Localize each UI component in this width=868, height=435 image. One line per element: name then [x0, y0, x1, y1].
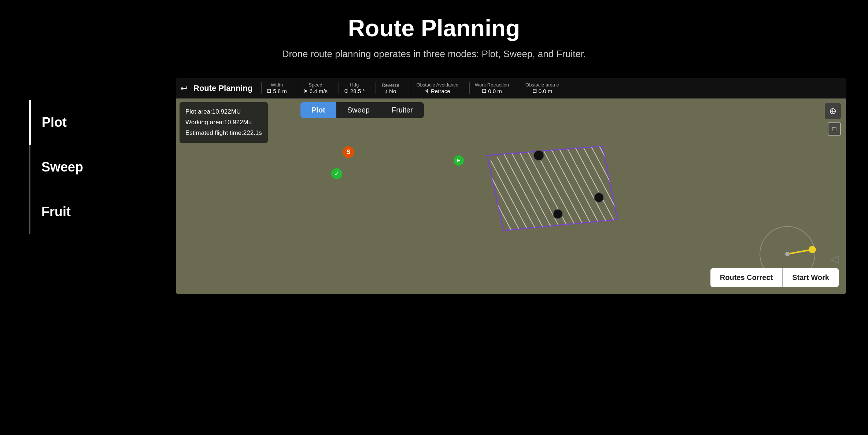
- topbar-param-obstacle-area: Obstacle area e ⊟0.0 m: [520, 82, 564, 94]
- svg-point-22: [553, 209, 563, 219]
- retraction-icon: ⊡: [482, 88, 487, 94]
- svg-line-14: [549, 129, 601, 226]
- sidebar-label-plot: Plot: [42, 115, 67, 130]
- flight-time-text: Estimated flight time:222.1s: [185, 128, 262, 139]
- start-marker: S: [343, 146, 354, 158]
- nav-triangle-icon[interactable]: ◁: [831, 253, 839, 265]
- topbar: ↩ Route Planning Width ⊞5.8 m Speed ➤6.4…: [176, 78, 846, 99]
- svg-line-7: [504, 154, 555, 251]
- svg-line-3: [478, 167, 529, 264]
- sidebar-item-sweep[interactable]: Sweep: [29, 145, 154, 189]
- page-subtitle: Drone route planning operates in three m…: [0, 48, 868, 60]
- svg-line-11: [529, 140, 581, 237]
- svg-line-15: [555, 126, 607, 223]
- topbar-param-retraction: Work Retraction ⊡0.0 m: [469, 82, 514, 94]
- reverse-icon: ↕: [385, 88, 388, 94]
- plot-area-text: Plot area:10.922MU: [185, 107, 262, 117]
- mode-tabs: Plot Sweep Fruiter: [300, 102, 424, 118]
- check-marker: ✓: [331, 168, 342, 179]
- field-svg: [176, 99, 846, 294]
- obstacle-icon: ↯: [425, 88, 429, 94]
- svg-line-8: [510, 150, 562, 247]
- svg-line-18: [575, 116, 627, 213]
- page-title: Route Planning: [0, 15, 868, 42]
- content-area: Plot Sweep Fruit ↩ Route Planning Width …: [0, 67, 868, 294]
- tab-sweep[interactable]: Sweep: [336, 102, 381, 118]
- svg-line-13: [543, 133, 594, 230]
- svg-point-26: [785, 252, 790, 256]
- page-header: Route Planning Drone route planning oper…: [0, 0, 868, 67]
- obstacle-area-icon: ⊟: [532, 88, 537, 94]
- sidebar-item-plot[interactable]: Plot: [29, 100, 154, 145]
- start-work-button[interactable]: Start Work: [783, 268, 839, 287]
- svg-marker-1: [487, 146, 617, 231]
- topbar-param-speed: Speed ➤6.4 m/s: [298, 82, 333, 94]
- tab-fruiter[interactable]: Fruiter: [381, 102, 424, 118]
- speed-icon: ➤: [303, 88, 308, 94]
- svg-line-16: [562, 122, 614, 220]
- svg-line-24: [787, 250, 812, 254]
- working-area-text: Working area:10.922Mu: [185, 117, 262, 128]
- back-button[interactable]: ↩: [180, 83, 188, 93]
- topbar-param-obstacle: Obstacle Avoidance ↯Retrace: [411, 82, 463, 94]
- topbar-param-width: Width ⊞5.8 m: [261, 82, 292, 94]
- sidebar-label-fruit: Fruit: [41, 204, 71, 220]
- square-icon[interactable]: □: [828, 122, 841, 136]
- svg-line-5: [491, 161, 542, 258]
- sidebar: Plot Sweep Fruit: [0, 78, 154, 234]
- target-icon[interactable]: ⊕: [825, 103, 841, 119]
- hdg-icon: ⊙: [344, 88, 349, 94]
- width-icon: ⊞: [267, 88, 272, 94]
- svg-line-4: [484, 164, 536, 261]
- sidebar-label-sweep: Sweep: [41, 159, 83, 175]
- routes-correct-button[interactable]: Routes Correct: [710, 268, 783, 287]
- svg-point-20: [534, 150, 544, 161]
- bottom-buttons: Routes Correct Start Work: [710, 268, 839, 287]
- topbar-param-reverse: Reverse ↕No: [376, 82, 405, 94]
- svg-line-19: [581, 112, 633, 209]
- svg-line-10: [523, 143, 575, 240]
- svg-line-2: [471, 171, 523, 268]
- svg-line-12: [536, 136, 588, 233]
- info-panel: Plot area:10.922MU Working area:10.922Mu…: [180, 102, 268, 143]
- svg-point-25: [809, 246, 816, 253]
- svg-point-21: [594, 193, 604, 202]
- map-container: ↩ Route Planning Width ⊞5.8 m Speed ➤6.4…: [176, 78, 846, 294]
- svg-marker-0: [487, 146, 617, 231]
- svg-line-17: [568, 119, 620, 216]
- topbar-title: Route Planning: [193, 84, 252, 93]
- sidebar-item-fruit[interactable]: Fruit: [29, 189, 154, 234]
- tab-plot[interactable]: Plot: [300, 102, 336, 118]
- svg-line-6: [497, 157, 549, 254]
- map-area[interactable]: Plot area:10.922MU Working area:10.922Mu…: [176, 99, 846, 294]
- end-marker: E: [454, 155, 464, 166]
- svg-line-9: [517, 147, 568, 244]
- topbar-param-hdg: Hdg ⊙28.5 °: [339, 82, 370, 94]
